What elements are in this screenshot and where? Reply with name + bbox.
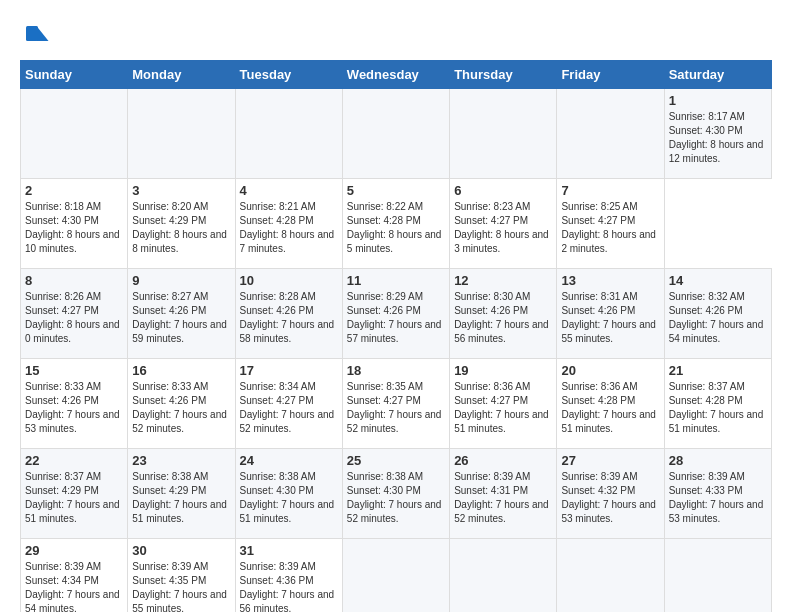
calendar-cell: 18Sunrise: 8:35 AMSunset: 4:27 PMDayligh… xyxy=(342,359,449,449)
logo xyxy=(20,20,54,50)
day-number: 31 xyxy=(240,543,338,558)
day-info: Sunrise: 8:37 AMSunset: 4:29 PMDaylight:… xyxy=(25,471,120,524)
calendar-cell xyxy=(235,89,342,179)
calendar-cell: 28Sunrise: 8:39 AMSunset: 4:33 PMDayligh… xyxy=(664,449,771,539)
col-header-saturday: Saturday xyxy=(664,61,771,89)
day-number: 3 xyxy=(132,183,230,198)
day-info: Sunrise: 8:23 AMSunset: 4:27 PMDaylight:… xyxy=(454,201,549,254)
day-number: 2 xyxy=(25,183,123,198)
day-info: Sunrise: 8:38 AMSunset: 4:30 PMDaylight:… xyxy=(240,471,335,524)
calendar-week-row: 1Sunrise: 8:17 AMSunset: 4:30 PMDaylight… xyxy=(21,89,772,179)
day-info: Sunrise: 8:30 AMSunset: 4:26 PMDaylight:… xyxy=(454,291,549,344)
day-info: Sunrise: 8:34 AMSunset: 4:27 PMDaylight:… xyxy=(240,381,335,434)
day-number: 11 xyxy=(347,273,445,288)
calendar-cell: 24Sunrise: 8:38 AMSunset: 4:30 PMDayligh… xyxy=(235,449,342,539)
calendar-cell: 23Sunrise: 8:38 AMSunset: 4:29 PMDayligh… xyxy=(128,449,235,539)
day-info: Sunrise: 8:38 AMSunset: 4:30 PMDaylight:… xyxy=(347,471,442,524)
day-info: Sunrise: 8:39 AMSunset: 4:36 PMDaylight:… xyxy=(240,561,335,612)
calendar-cell: 3Sunrise: 8:20 AMSunset: 4:29 PMDaylight… xyxy=(128,179,235,269)
day-info: Sunrise: 8:25 AMSunset: 4:27 PMDaylight:… xyxy=(561,201,656,254)
calendar-cell: 7Sunrise: 8:25 AMSunset: 4:27 PMDaylight… xyxy=(557,179,664,269)
day-info: Sunrise: 8:21 AMSunset: 4:28 PMDaylight:… xyxy=(240,201,335,254)
day-info: Sunrise: 8:39 AMSunset: 4:35 PMDaylight:… xyxy=(132,561,227,612)
calendar-cell xyxy=(557,89,664,179)
col-header-thursday: Thursday xyxy=(450,61,557,89)
day-number: 16 xyxy=(132,363,230,378)
col-header-wednesday: Wednesday xyxy=(342,61,449,89)
calendar-week-row: 2Sunrise: 8:18 AMSunset: 4:30 PMDaylight… xyxy=(21,179,772,269)
calendar-cell: 13Sunrise: 8:31 AMSunset: 4:26 PMDayligh… xyxy=(557,269,664,359)
day-number: 10 xyxy=(240,273,338,288)
calendar-cell xyxy=(557,539,664,613)
calendar-week-row: 8Sunrise: 8:26 AMSunset: 4:27 PMDaylight… xyxy=(21,269,772,359)
calendar-cell: 21Sunrise: 8:37 AMSunset: 4:28 PMDayligh… xyxy=(664,359,771,449)
calendar-cell: 5Sunrise: 8:22 AMSunset: 4:28 PMDaylight… xyxy=(342,179,449,269)
calendar-week-row: 22Sunrise: 8:37 AMSunset: 4:29 PMDayligh… xyxy=(21,449,772,539)
day-number: 25 xyxy=(347,453,445,468)
calendar-cell: 30Sunrise: 8:39 AMSunset: 4:35 PMDayligh… xyxy=(128,539,235,613)
day-number: 23 xyxy=(132,453,230,468)
calendar-cell: 11Sunrise: 8:29 AMSunset: 4:26 PMDayligh… xyxy=(342,269,449,359)
calendar-cell: 1Sunrise: 8:17 AMSunset: 4:30 PMDaylight… xyxy=(664,89,771,179)
logo-icon xyxy=(20,20,50,50)
day-info: Sunrise: 8:29 AMSunset: 4:26 PMDaylight:… xyxy=(347,291,442,344)
calendar-cell xyxy=(450,539,557,613)
calendar-table: SundayMondayTuesdayWednesdayThursdayFrid… xyxy=(20,60,772,612)
calendar-cell: 22Sunrise: 8:37 AMSunset: 4:29 PMDayligh… xyxy=(21,449,128,539)
col-header-monday: Monday xyxy=(128,61,235,89)
col-header-friday: Friday xyxy=(557,61,664,89)
calendar-cell: 8Sunrise: 8:26 AMSunset: 4:27 PMDaylight… xyxy=(21,269,128,359)
day-info: Sunrise: 8:33 AMSunset: 4:26 PMDaylight:… xyxy=(25,381,120,434)
calendar-cell: 9Sunrise: 8:27 AMSunset: 4:26 PMDaylight… xyxy=(128,269,235,359)
day-number: 24 xyxy=(240,453,338,468)
day-number: 26 xyxy=(454,453,552,468)
day-number: 1 xyxy=(669,93,767,108)
day-number: 22 xyxy=(25,453,123,468)
day-info: Sunrise: 8:26 AMSunset: 4:27 PMDaylight:… xyxy=(25,291,120,344)
calendar-cell: 14Sunrise: 8:32 AMSunset: 4:26 PMDayligh… xyxy=(664,269,771,359)
day-info: Sunrise: 8:39 AMSunset: 4:32 PMDaylight:… xyxy=(561,471,656,524)
svg-marker-0 xyxy=(37,26,49,41)
day-info: Sunrise: 8:35 AMSunset: 4:27 PMDaylight:… xyxy=(347,381,442,434)
day-number: 9 xyxy=(132,273,230,288)
day-number: 14 xyxy=(669,273,767,288)
day-number: 27 xyxy=(561,453,659,468)
calendar-cell: 25Sunrise: 8:38 AMSunset: 4:30 PMDayligh… xyxy=(342,449,449,539)
day-info: Sunrise: 8:32 AMSunset: 4:26 PMDaylight:… xyxy=(669,291,764,344)
day-number: 12 xyxy=(454,273,552,288)
calendar-cell: 2Sunrise: 8:18 AMSunset: 4:30 PMDaylight… xyxy=(21,179,128,269)
day-number: 4 xyxy=(240,183,338,198)
day-info: Sunrise: 8:28 AMSunset: 4:26 PMDaylight:… xyxy=(240,291,335,344)
calendar-cell: 10Sunrise: 8:28 AMSunset: 4:26 PMDayligh… xyxy=(235,269,342,359)
day-info: Sunrise: 8:18 AMSunset: 4:30 PMDaylight:… xyxy=(25,201,120,254)
day-number: 7 xyxy=(561,183,659,198)
page-header xyxy=(20,20,772,50)
day-info: Sunrise: 8:38 AMSunset: 4:29 PMDaylight:… xyxy=(132,471,227,524)
day-info: Sunrise: 8:36 AMSunset: 4:27 PMDaylight:… xyxy=(454,381,549,434)
calendar-cell: 6Sunrise: 8:23 AMSunset: 4:27 PMDaylight… xyxy=(450,179,557,269)
calendar-cell: 20Sunrise: 8:36 AMSunset: 4:28 PMDayligh… xyxy=(557,359,664,449)
day-number: 17 xyxy=(240,363,338,378)
calendar-cell xyxy=(128,89,235,179)
calendar-cell xyxy=(342,89,449,179)
calendar-week-row: 15Sunrise: 8:33 AMSunset: 4:26 PMDayligh… xyxy=(21,359,772,449)
day-number: 29 xyxy=(25,543,123,558)
day-info: Sunrise: 8:37 AMSunset: 4:28 PMDaylight:… xyxy=(669,381,764,434)
day-info: Sunrise: 8:39 AMSunset: 4:33 PMDaylight:… xyxy=(669,471,764,524)
day-info: Sunrise: 8:39 AMSunset: 4:34 PMDaylight:… xyxy=(25,561,120,612)
calendar-header-row: SundayMondayTuesdayWednesdayThursdayFrid… xyxy=(21,61,772,89)
calendar-cell: 12Sunrise: 8:30 AMSunset: 4:26 PMDayligh… xyxy=(450,269,557,359)
calendar-cell: 15Sunrise: 8:33 AMSunset: 4:26 PMDayligh… xyxy=(21,359,128,449)
calendar-cell xyxy=(21,89,128,179)
day-info: Sunrise: 8:36 AMSunset: 4:28 PMDaylight:… xyxy=(561,381,656,434)
day-number: 5 xyxy=(347,183,445,198)
day-number: 6 xyxy=(454,183,552,198)
calendar-cell: 26Sunrise: 8:39 AMSunset: 4:31 PMDayligh… xyxy=(450,449,557,539)
calendar-cell: 29Sunrise: 8:39 AMSunset: 4:34 PMDayligh… xyxy=(21,539,128,613)
calendar-cell: 19Sunrise: 8:36 AMSunset: 4:27 PMDayligh… xyxy=(450,359,557,449)
calendar-cell: 31Sunrise: 8:39 AMSunset: 4:36 PMDayligh… xyxy=(235,539,342,613)
day-info: Sunrise: 8:22 AMSunset: 4:28 PMDaylight:… xyxy=(347,201,442,254)
calendar-cell: 27Sunrise: 8:39 AMSunset: 4:32 PMDayligh… xyxy=(557,449,664,539)
day-number: 8 xyxy=(25,273,123,288)
calendar-week-row: 29Sunrise: 8:39 AMSunset: 4:34 PMDayligh… xyxy=(21,539,772,613)
